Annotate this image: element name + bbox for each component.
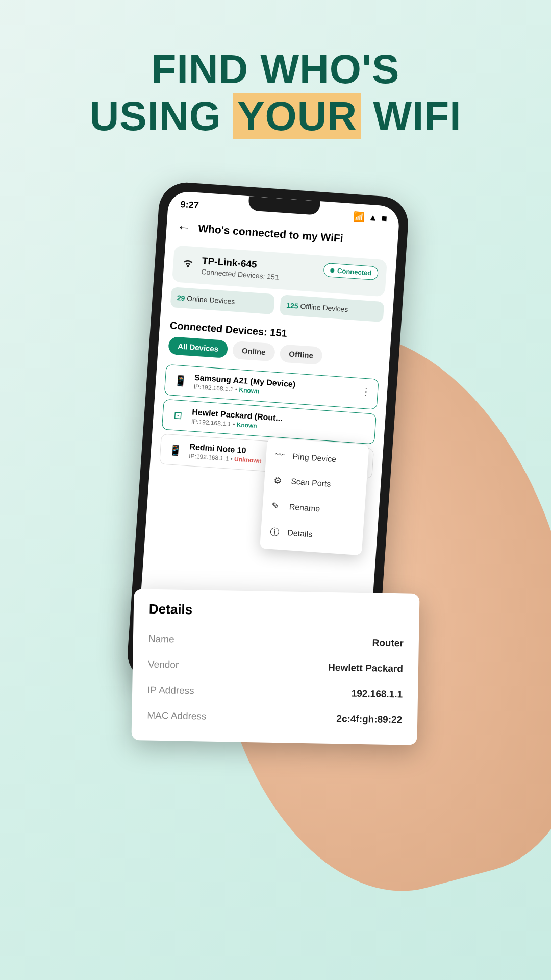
detail-vendor-value: Hewlett Packard [328, 662, 403, 675]
app-title: Who's connected to my WiFi [198, 222, 344, 244]
router-device-icon: ⊡ [170, 407, 186, 424]
online-label: Online Devices [187, 294, 235, 306]
phone-device-icon: 📱 [172, 373, 189, 389]
detail-row-ip: IP Address 192.168.1.1 [147, 677, 403, 707]
detail-ip-value: 192.168.1.1 [352, 688, 403, 700]
detail-ip-label: IP Address [147, 684, 194, 697]
offline-devices-stat[interactable]: 125 Offline Devices [280, 295, 384, 322]
headline-highlight: YOUR [233, 93, 361, 139]
hand-holding-phone: 9:27 📶 ▲ ■ ← Who's connected to my WiFi … [46, 174, 505, 888]
wifi-icon [181, 255, 195, 272]
headline-line2b: WIFI [373, 93, 462, 139]
detail-row-vendor: Vendor Hewlett Packard [148, 652, 404, 682]
promo-headline: FIND WHO'S USING YOUR WIFI [0, 0, 551, 140]
scan-icon: ⚙ [273, 475, 284, 486]
signal-icon: 📶 [353, 211, 364, 223]
details-card: Details Name Router Vendor Hewlett Packa… [131, 589, 419, 745]
connected-label: Connected [337, 267, 372, 277]
filter-offline[interactable]: Offline [279, 344, 323, 365]
svg-point-0 [187, 266, 188, 267]
detail-row-name: Name Router [148, 626, 404, 656]
phone-device-icon: 📱 [167, 442, 184, 458]
online-devices-stat[interactable]: 29 Online Devices [170, 287, 275, 314]
detail-name-label: Name [148, 633, 174, 645]
status-icons: 📶 ▲ ■ [353, 211, 387, 225]
detail-mac-label: MAC Address [147, 710, 207, 722]
headline-line2a: USING [90, 93, 221, 139]
device-context-menu: 〰 Ping Device ⚙ Scan Ports ✎ Rename ⓘ De… [260, 438, 369, 555]
detail-row-mac: MAC Address 2c:4f:gh:89:22 [147, 703, 403, 733]
info-icon: ⓘ [269, 526, 281, 538]
detail-mac-value: 2c:4f:gh:89:22 [336, 713, 402, 725]
headline-line1: FIND WHO'S [152, 46, 400, 92]
detail-vendor-label: Vendor [148, 659, 179, 671]
filter-all[interactable]: All Devices [168, 336, 228, 358]
online-count: 29 [177, 293, 185, 302]
detail-name-value: Router [372, 637, 404, 649]
details-title: Details [149, 601, 404, 622]
edit-icon: ✎ [271, 500, 282, 512]
offline-count: 125 [286, 301, 298, 310]
ping-icon: 〰 [275, 450, 286, 461]
device-menu-icon[interactable]: ⋮ [361, 386, 370, 398]
back-button[interactable]: ← [176, 219, 191, 236]
offline-label: Offline Devices [300, 302, 348, 314]
battery-icon: ■ [381, 213, 387, 224]
status-dot-icon [330, 268, 335, 273]
status-time: 9:27 [180, 199, 199, 210]
filter-online[interactable]: Online [232, 341, 276, 362]
wifi-status-icon: ▲ [368, 212, 378, 223]
